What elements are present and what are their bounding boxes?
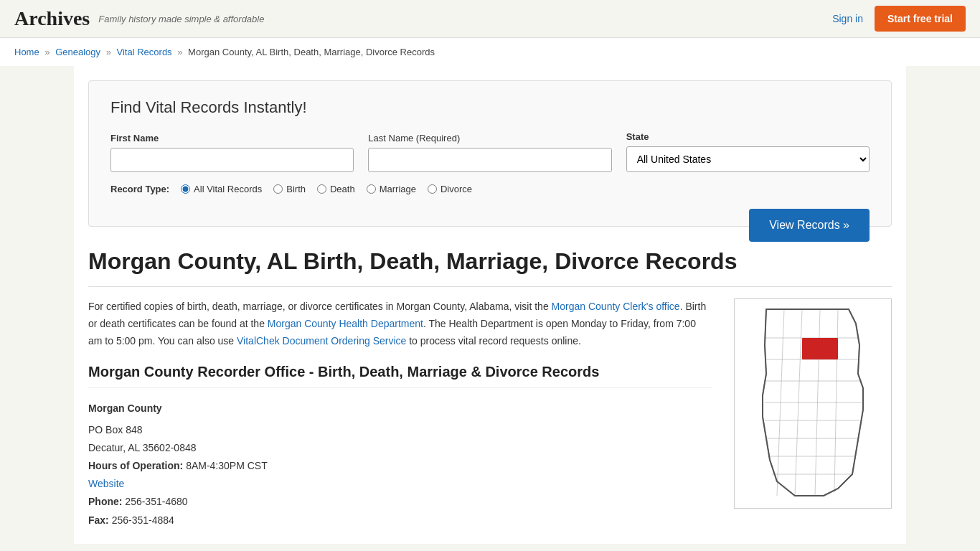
hours-line: Hours of Operation: 8AM-4:30PM CST bbox=[88, 457, 712, 475]
record-type-row: Record Type: All Vital Records Birth Dea… bbox=[110, 184, 870, 194]
radio-death[interactable]: Death bbox=[317, 184, 355, 194]
last-name-label: Last Name (Required) bbox=[368, 133, 611, 143]
main-content: Find Vital Records Instantly! First Name… bbox=[74, 66, 906, 544]
health-dept-link[interactable]: Morgan County Health Department bbox=[268, 318, 423, 329]
form-row: First Name Last Name (Required) State Al… bbox=[110, 131, 870, 172]
hours-value: 8AM-4:30PM CST bbox=[186, 460, 268, 471]
phone-label: Phone: bbox=[88, 496, 122, 507]
website-line: Website bbox=[88, 475, 712, 493]
radio-death-label: Death bbox=[330, 184, 355, 194]
content-text: For certified copies of birth, death, ma… bbox=[88, 298, 712, 529]
phone-line: Phone: 256-351-4680 bbox=[88, 493, 712, 511]
section-title: Morgan County Recorder Office - Birth, D… bbox=[88, 364, 712, 388]
radio-birth-label: Birth bbox=[286, 184, 306, 194]
radio-death-input[interactable] bbox=[317, 184, 326, 194]
breadcrumb: Home » Genealogy » Vital Records » Morga… bbox=[0, 38, 980, 66]
breadcrumb-sep-2: » bbox=[106, 47, 111, 57]
clerk-link[interactable]: Morgan County Clerk's office bbox=[552, 301, 680, 312]
start-trial-button[interactable]: Start free trial bbox=[875, 6, 966, 32]
content-area: For certified copies of birth, death, ma… bbox=[88, 298, 892, 529]
header-right: Sign in Start free trial bbox=[832, 6, 966, 32]
svg-rect-13 bbox=[802, 338, 838, 359]
radio-divorce-label: Divorce bbox=[440, 184, 472, 194]
content-map bbox=[734, 298, 892, 529]
search-box: Find Vital Records Instantly! First Name… bbox=[88, 80, 892, 227]
record-type-label: Record Type: bbox=[110, 184, 169, 194]
logo: Archives bbox=[14, 7, 90, 30]
intro-text-1: For certified copies of birth, death, ma… bbox=[88, 301, 552, 312]
first-name-input[interactable] bbox=[110, 148, 354, 172]
fax-label: Fax: bbox=[88, 514, 109, 526]
page-title: Morgan County, AL Birth, Death, Marriage… bbox=[88, 248, 892, 287]
breadcrumb-sep-1: » bbox=[44, 47, 50, 57]
sign-in-link[interactable]: Sign in bbox=[832, 13, 863, 24]
radio-birth-input[interactable] bbox=[273, 184, 283, 194]
first-name-label: First Name bbox=[110, 133, 354, 143]
radio-divorce[interactable]: Divorce bbox=[428, 184, 472, 194]
state-group: State All United States bbox=[626, 131, 870, 172]
radio-all-vital-input[interactable] bbox=[181, 184, 190, 194]
breadcrumb-genealogy[interactable]: Genealogy bbox=[55, 47, 100, 57]
address-line2: Decatur, AL 35602-0848 bbox=[88, 439, 712, 457]
intro-paragraph: For certified copies of birth, death, ma… bbox=[88, 298, 712, 349]
first-name-group: First Name bbox=[110, 133, 354, 172]
website-link[interactable]: Website bbox=[88, 478, 124, 489]
breadcrumb-home[interactable]: Home bbox=[14, 47, 39, 57]
breadcrumb-vital-records[interactable]: Vital Records bbox=[117, 47, 172, 57]
header-left: Archives Family history made simple & af… bbox=[14, 7, 264, 30]
radio-marriage-label: Marriage bbox=[380, 184, 416, 194]
alabama-map bbox=[738, 302, 881, 503]
fax-value: 256-351-4884 bbox=[112, 514, 174, 526]
radio-divorce-input[interactable] bbox=[428, 184, 437, 194]
radio-all-vital-label: All Vital Records bbox=[194, 184, 262, 194]
radio-marriage-input[interactable] bbox=[367, 184, 376, 194]
radio-group: All Vital Records Birth Death Marriage D… bbox=[181, 184, 472, 194]
tagline: Family history made simple & affordable bbox=[98, 14, 264, 24]
map-container bbox=[734, 298, 892, 509]
fax-line: Fax: 256-351-4884 bbox=[88, 512, 712, 529]
last-name-input[interactable] bbox=[368, 148, 611, 172]
breadcrumb-current: Morgan County, AL Birth, Death, Marriage… bbox=[188, 47, 435, 57]
intro-text-4: to process vital record requests online. bbox=[406, 335, 581, 347]
office-name: Morgan County bbox=[88, 400, 712, 418]
address-line1: PO Box 848 bbox=[88, 421, 712, 439]
view-records-button[interactable]: View Records » bbox=[749, 209, 870, 242]
vitalchek-link[interactable]: VitalChek Document Ordering Service bbox=[237, 335, 406, 347]
radio-marriage[interactable]: Marriage bbox=[367, 184, 416, 194]
header: Archives Family history made simple & af… bbox=[0, 0, 980, 38]
breadcrumb-sep-3: » bbox=[177, 47, 182, 57]
radio-all-vital[interactable]: All Vital Records bbox=[181, 184, 262, 194]
radio-birth[interactable]: Birth bbox=[273, 184, 306, 194]
hours-label: Hours of Operation: bbox=[88, 460, 183, 471]
last-name-group: Last Name (Required) bbox=[368, 133, 611, 172]
state-select[interactable]: All United States bbox=[626, 146, 870, 172]
search-title: Find Vital Records Instantly! bbox=[110, 98, 870, 117]
state-label: State bbox=[626, 131, 870, 142]
phone-value: 256-351-4680 bbox=[125, 496, 187, 507]
office-details: Morgan County PO Box 848 Decatur, AL 356… bbox=[88, 400, 712, 529]
